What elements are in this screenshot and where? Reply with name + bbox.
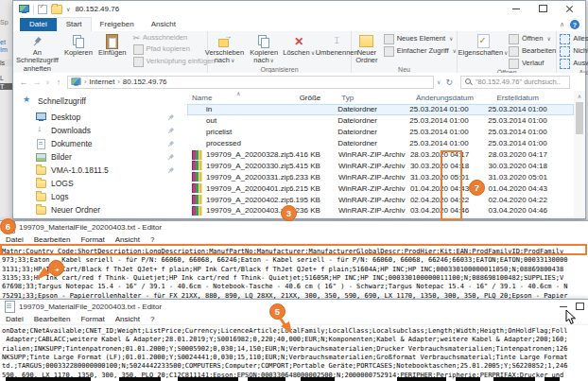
invert-selection-icon bbox=[560, 59, 570, 69]
vertical-scrollbar[interactable]: ∧ bbox=[574, 91, 585, 217]
file-created-date: 28.03.2020 04:17 bbox=[489, 150, 574, 159]
file-row[interactable]: 199709_A_20200401.zip 6.215 KB WinRAR-ZI… bbox=[187, 182, 574, 194]
file-modified-date: 25.03.2014 01:00 bbox=[409, 105, 488, 113]
up-icon[interactable]: ↑ bbox=[52, 78, 65, 87]
sidebar-item-icon bbox=[36, 139, 46, 148]
sidebar-item[interactable]: Dokumente bbox=[13, 137, 187, 150]
ribbon-tab[interactable]: Datei bbox=[20, 18, 57, 31]
rename-button[interactable]: ⌶ Umbenennen bbox=[317, 33, 356, 58]
recent-locations-icon[interactable]: ∨ bbox=[43, 78, 52, 85]
select-none-button[interactable]: Nichts auswählen bbox=[560, 46, 588, 57]
new-folder-button[interactable]: Neuer Ordner bbox=[352, 33, 382, 66]
sidebar-item[interactable]: Logs bbox=[13, 190, 187, 203]
column-header-created[interactable]: Erstelldatum bbox=[496, 94, 585, 102]
menu-item[interactable]: Ansicht bbox=[115, 235, 140, 244]
copy-icon bbox=[73, 35, 84, 47]
forward-icon[interactable]: → bbox=[30, 78, 43, 87]
column-header-size[interactable]: Größe bbox=[292, 94, 320, 102]
delete-button[interactable]: ✕ Löschen∨ bbox=[281, 33, 317, 58]
paste-button[interactable]: Einfügen bbox=[95, 33, 130, 58]
easy-access-button[interactable]: Einfacher Zugriff ∨ bbox=[384, 46, 457, 57]
properties-button[interactable]: Eigenschaften∨ bbox=[458, 33, 509, 58]
file-row[interactable]: 199709_A_20200328.zip 5.416 KB WinRAR-ZI… bbox=[187, 149, 574, 161]
new-item-button[interactable]: Neues Element ∨ bbox=[384, 34, 457, 44]
menu-item[interactable]: Ansicht bbox=[115, 315, 140, 323]
maximize-icon[interactable] bbox=[576, 303, 584, 310]
sidebar-item-label: Desktop bbox=[51, 113, 80, 122]
ribbon-group-organize: Verschieben nach∨ Kopieren nach∨ ✕ Lösch… bbox=[208, 31, 352, 73]
history-label: Verlauf bbox=[522, 60, 544, 67]
address-field[interactable]: › Internet › 80.152.49.76 bbox=[67, 76, 434, 89]
sidebar-item[interactable]: Bilder bbox=[13, 150, 187, 164]
file-row[interactable]: 199709_A_20200330.zip 5.415 KB WinRAR-ZI… bbox=[187, 160, 574, 171]
file-created-date: 30.03.2020 04:18 bbox=[489, 162, 574, 170]
file-row[interactable]: 199709_A_20200331.zip 6.233 KB WinRAR-ZI… bbox=[187, 171, 574, 182]
file-type: Dateiordner bbox=[317, 128, 409, 136]
ribbon-tab[interactable]: Freigeben bbox=[92, 18, 143, 31]
sidebar-item[interactable]: Schnellzugriff bbox=[13, 95, 187, 108]
invert-selection-button[interactable]: Auswahl umkehren bbox=[560, 59, 588, 69]
file-row[interactable]: 199709_A_20200403.zip 6.236 KB WinRAR-ZI… bbox=[187, 205, 574, 216]
file-row[interactable]: in Dateiordner 25.03.2014 01:00 25.03.20… bbox=[187, 104, 574, 115]
minimize-button[interactable] bbox=[506, 1, 527, 16]
ribbon-tab[interactable]: Ansicht bbox=[143, 18, 184, 31]
breadcrumb-host[interactable]: 80.152.49.76 bbox=[123, 78, 167, 86]
maximize-button[interactable] bbox=[532, 1, 553, 16]
notepad2-text[interactable]: onDate;CNetAvailable;CNET_ID;Weight;List… bbox=[0, 325, 588, 380]
column-header-type[interactable]: Typ bbox=[320, 94, 416, 102]
search-box[interactable]: "80.152.49.76" durchsuch.. bbox=[460, 76, 570, 89]
ribbon-collapse-icon[interactable]: ∧ bbox=[560, 21, 564, 28]
address-dropdown-icon[interactable]: ∨ bbox=[437, 78, 441, 85]
menu-item[interactable]: Bearbeiten bbox=[34, 235, 71, 244]
invert-selection-label: Auswahl umkehren bbox=[573, 60, 588, 67]
properties-icon[interactable] bbox=[38, 5, 47, 14]
sidebar-item[interactable]: LOGS bbox=[13, 177, 187, 190]
back-icon[interactable]: ← bbox=[17, 78, 30, 87]
sidebar-item[interactable]: Downloads bbox=[13, 124, 187, 137]
scrollbar-thumb[interactable] bbox=[576, 102, 583, 134]
qat-dropdown-icon[interactable]: ∨ bbox=[66, 6, 70, 12]
address-controls: ∨ ↻ bbox=[437, 78, 453, 87]
file-row[interactable]: out Dateiordner 25.03.2014 01:00 25.03.2… bbox=[187, 115, 574, 127]
text-line: rialien;INKSUPP;Tintenpatronen;01.01.200… bbox=[2, 345, 588, 354]
column-header-modified[interactable]: Änderungsdatum bbox=[416, 94, 497, 102]
select-all-button[interactable]: Alles auswählen bbox=[560, 34, 588, 44]
pin-to-quickaccess-button[interactable]: An Schnellzugriff anheften bbox=[13, 33, 61, 74]
history-button[interactable]: Verlauf bbox=[509, 59, 556, 69]
sidebar-item[interactable]: Desktop bbox=[13, 111, 187, 124]
edit-button[interactable]: Bearbeiten bbox=[509, 46, 556, 57]
menu-item[interactable]: Bearbeiten bbox=[34, 315, 71, 323]
sidebar-item[interactable]: Support 99 bbox=[13, 216, 187, 217]
search-icon bbox=[465, 78, 473, 86]
copy-to-button[interactable]: Kopieren nach∨ bbox=[247, 33, 281, 66]
breadcrumb-internet[interactable]: Internet bbox=[89, 78, 114, 86]
menu-item[interactable]: ? bbox=[150, 235, 154, 244]
window-title: 80.152.49.76 bbox=[75, 5, 119, 13]
refresh-icon[interactable]: ↻ bbox=[445, 78, 453, 87]
ribbon-tab[interactable]: Start bbox=[57, 17, 92, 31]
copy-button[interactable]: Kopieren bbox=[61, 33, 95, 58]
minimize-icon[interactable] bbox=[560, 306, 567, 307]
close-button[interactable] bbox=[559, 1, 579, 16]
open-button[interactable]: Öffnen ∨ bbox=[509, 34, 556, 44]
menu-item[interactable]: Datei bbox=[6, 315, 24, 323]
dropdown-icon: ∨ bbox=[270, 58, 274, 63]
scroll-up-icon[interactable]: ∧ bbox=[574, 93, 585, 99]
menu-item[interactable]: Format bbox=[80, 235, 104, 244]
file-row[interactable]: processed Dateiordner 25.03.2014 01:00 2… bbox=[187, 138, 574, 149]
file-created-date: 31.03.2020 05:01 bbox=[489, 173, 574, 182]
file-type-icon bbox=[192, 116, 202, 126]
menu-item[interactable]: Datei bbox=[6, 235, 24, 244]
menu-item[interactable]: Format bbox=[80, 315, 104, 323]
sidebar-item[interactable]: Neuer Ordner bbox=[13, 203, 187, 216]
menu-item[interactable]: ? bbox=[150, 315, 154, 323]
notepad2-menubar: DateiBearbeitenFormatAnsicht? bbox=[0, 313, 588, 325]
file-type: WinRAR-ZIP-Archiv bbox=[318, 150, 410, 159]
sidebar-item[interactable]: VMA-1.0.1811.5 bbox=[13, 164, 187, 177]
new-folder-icon[interactable] bbox=[51, 5, 62, 14]
file-type: WinRAR-ZIP-Archiv bbox=[318, 196, 410, 204]
file-row[interactable]: 199709_A_20200402.zip 6.195 KB WinRAR-ZI… bbox=[187, 194, 574, 205]
help-icon[interactable]: ? bbox=[570, 20, 579, 29]
move-to-button[interactable]: Verschieben nach∨ bbox=[202, 33, 247, 66]
file-row[interactable]: pricelist Dateiordner 25.03.2014 01:00 2… bbox=[187, 127, 574, 138]
